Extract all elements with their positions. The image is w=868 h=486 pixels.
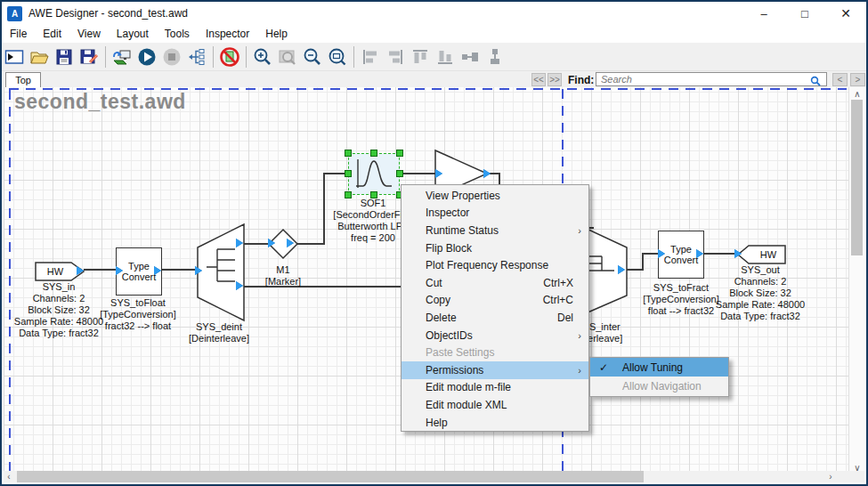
minimize-button[interactable]: –	[743, 2, 784, 25]
zoom-selection-icon[interactable]	[275, 45, 300, 69]
new-file-icon[interactable]	[2, 45, 27, 69]
selection-handle[interactable]	[345, 150, 352, 157]
zoom-out-icon[interactable]	[300, 45, 325, 69]
checkmark-icon: ✓	[599, 361, 608, 374]
tab-top[interactable]: Top	[5, 72, 41, 87]
page-border-left	[9, 88, 11, 472]
menu-edit[interactable]: Edit	[35, 26, 69, 42]
permissions-submenu: ✓Allow Tuning Allow Navigation	[589, 357, 729, 397]
route-icon[interactable]	[184, 45, 209, 69]
context-menu: View Properties Inspector Runtime Status…	[401, 184, 589, 432]
pin-in	[195, 266, 202, 275]
center-horizontal-icon[interactable]	[458, 45, 483, 69]
scroll-left-icon[interactable]: ‹	[3, 472, 15, 482]
block-label-sys-deint: SYS_deint[Deinterleave]	[161, 321, 277, 344]
selection-handle[interactable]	[396, 170, 403, 177]
submenu-item-allow-navigation: Allow Navigation	[590, 377, 728, 395]
design-canvas[interactable]: second_test.awd HW SYS_inChannels: 2Bloc…	[4, 87, 851, 474]
selection-handle[interactable]	[396, 150, 403, 157]
block-label-hw-out: SYS_outChannels: 2Block Size: 32Sample R…	[702, 264, 818, 322]
submenu-item-allow-tuning[interactable]: ✓Allow Tuning	[590, 358, 728, 377]
menu-view[interactable]: View	[69, 26, 109, 42]
zoom-in-icon[interactable]	[250, 45, 275, 69]
wire[interactable]	[243, 243, 270, 245]
app-logo-icon: A	[7, 6, 22, 21]
svg-text:HW: HW	[760, 249, 777, 260]
scroll-right-icon[interactable]: ›	[824, 472, 837, 482]
find-prev-all-button[interactable]: <<	[531, 73, 546, 86]
find-next-button[interactable]: >	[850, 73, 865, 86]
pin-out	[154, 266, 161, 275]
horizontal-scrollbar[interactable]: ‹ ›	[4, 471, 851, 482]
scrollbar-corner	[848, 471, 864, 482]
wire[interactable]	[162, 269, 199, 271]
run-icon[interactable]	[134, 45, 159, 69]
filter-curve-icon	[349, 154, 398, 193]
align-left-icon[interactable]	[358, 45, 383, 69]
wire[interactable]	[642, 253, 644, 271]
block-label-m1: M1[Marker]	[225, 264, 341, 288]
find-next-all-button[interactable]: >>	[548, 73, 562, 86]
menu-item-edit-module-m-file[interactable]: Edit module m-file	[402, 379, 588, 397]
menu-inspector[interactable]: Inspector	[198, 26, 257, 42]
horizontal-scroll-thumb[interactable]	[17, 471, 644, 482]
scroll-up-icon[interactable]: ∧	[849, 89, 865, 99]
menu-item-inspector[interactable]: Inspector	[402, 205, 588, 223]
vertical-scroll-thumb[interactable]	[851, 100, 863, 255]
wire[interactable]	[704, 253, 738, 255]
menu-tools[interactable]: Tools	[157, 26, 198, 42]
vertical-scrollbar[interactable]: ∧ ∨	[848, 87, 864, 474]
menu-item-cut[interactable]: CutCtrl+X	[402, 274, 588, 292]
tab-strip: Top << >> Find: < >	[2, 71, 866, 87]
block-sof1-selected[interactable]	[348, 153, 400, 195]
save-as-icon[interactable]	[77, 45, 101, 69]
open-folder-icon[interactable]	[27, 45, 52, 69]
menu-help[interactable]: Help	[257, 26, 296, 42]
menu-item-plot-frequency-response[interactable]: Plot Frequency Response	[402, 256, 588, 274]
connect-target-icon[interactable]	[110, 45, 134, 69]
selection-handle[interactable]	[370, 150, 377, 157]
pin-in	[116, 266, 123, 275]
pin-out	[236, 239, 243, 247]
align-right-icon[interactable]	[383, 45, 408, 69]
menu-file[interactable]: File	[2, 26, 35, 42]
pin-out	[77, 266, 84, 275]
pin-out	[287, 239, 294, 247]
title-bar: A AWE Designer - second_test.awd	[2, 2, 866, 25]
window-title: AWE Designer - second_test.awd	[28, 7, 188, 20]
menu-item-edit-module-xml[interactable]: Edit module XML	[402, 396, 588, 414]
find-prev-button[interactable]: <	[832, 73, 848, 86]
pin-in	[658, 249, 665, 258]
toolbar	[2, 43, 866, 71]
save-icon[interactable]	[52, 45, 77, 69]
close-button[interactable]: ✕	[825, 2, 866, 25]
disable-hardware-icon[interactable]	[217, 45, 242, 69]
wire[interactable]	[84, 269, 118, 271]
menu-item-permissions[interactable]: Permissions›	[402, 361, 588, 379]
pin-out	[483, 169, 491, 178]
submenu-arrow-icon: ›	[578, 225, 581, 236]
maximize-button[interactable]: □	[784, 2, 825, 25]
pin-out	[618, 265, 625, 274]
menu-item-objectids[interactable]: ObjectIDs›	[402, 327, 588, 344]
menu-item-help[interactable]: Help	[402, 414, 588, 432]
menu-item-copy[interactable]: CopyCtrl+C	[402, 292, 588, 310]
zoom-all-icon[interactable]	[325, 45, 350, 69]
selection-handle[interactable]	[345, 170, 352, 177]
menu-item-runtime-status[interactable]: Runtime Status›	[402, 222, 588, 239]
menu-item-delete[interactable]: DeleteDel	[402, 309, 588, 327]
menu-item-view-properties[interactable]: View Properties	[402, 187, 588, 205]
page-border-top	[9, 88, 847, 90]
block-hw-out[interactable]: HW	[736, 244, 787, 265]
stop-icon[interactable]	[159, 45, 184, 69]
search-input[interactable]	[596, 72, 827, 86]
menu-layout[interactable]: Layout	[109, 26, 157, 42]
menu-item-flip-block[interactable]: Flip Block	[402, 239, 588, 257]
pin-out	[696, 249, 703, 258]
submenu-arrow-icon: ›	[578, 330, 581, 341]
align-top-icon[interactable]	[408, 45, 433, 69]
wire[interactable]	[402, 173, 437, 174]
center-vertical-icon[interactable]	[483, 45, 507, 69]
align-bottom-icon[interactable]	[433, 45, 458, 69]
pin-in	[734, 249, 742, 258]
